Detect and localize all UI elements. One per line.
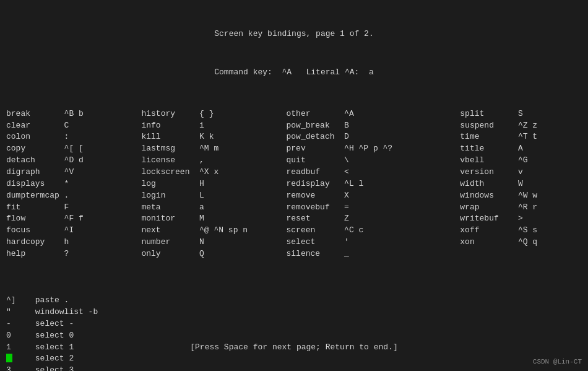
cursor-line [6, 354, 12, 362]
watermark: CSDN @Lin-CT [533, 357, 582, 367]
paste-section: ^] paste . " windowlist -b - select - 0 … [6, 283, 582, 371]
keybindings-section: break ^B b history { } other ^A split S … [6, 108, 582, 260]
footer-text: [Press Space for next page; Return to en… [0, 342, 588, 354]
command-key-line: Command key: ^A Literal ^A: a [6, 67, 582, 79]
cursor-block [6, 354, 12, 362]
content-area: Screen key bindings, page 1 of 2. Comman… [6, 5, 582, 371]
page-title: Screen key bindings, page 1 of 2. [6, 28, 582, 40]
terminal-window: Screen key bindings, page 1 of 2. Comman… [0, 0, 588, 371]
